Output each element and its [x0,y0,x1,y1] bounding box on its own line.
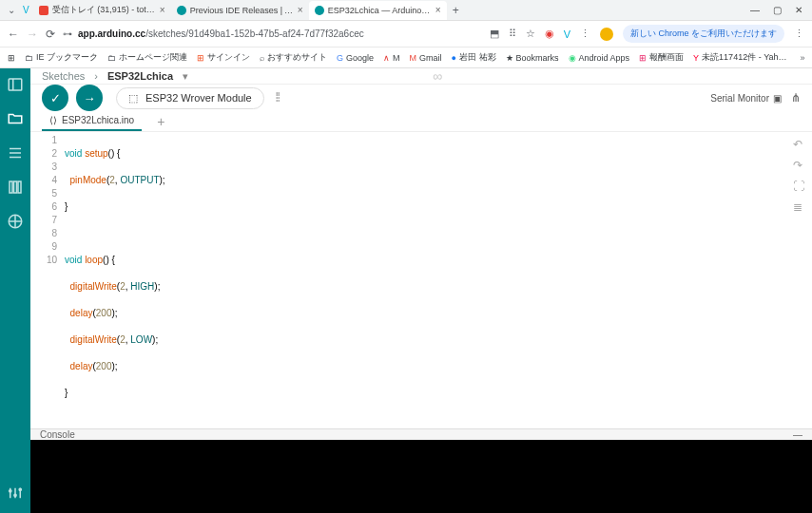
add-tab-button[interactable]: + [147,114,174,129]
bookmark-item[interactable]: Y未読117412件 - Yah… [693,51,786,64]
share-icon[interactable]: ⋔ [791,91,801,104]
maximize-button[interactable]: ▢ [773,5,782,15]
t: HIGH [130,281,154,292]
line-number: 10 [30,254,57,267]
tab-title: Previous IDE Releases | Arduino [190,6,294,15]
search-icon: ⌕ [260,53,264,63]
arduino-icon [177,6,186,15]
chevron-down-icon[interactable]: ▾ [183,70,188,83]
redo-icon[interactable]: ↷ [793,159,804,172]
apps-icon[interactable]: ⊞ [8,53,15,63]
browser-tab-arduino-cloud[interactable]: ESP32Lchica — Arduino Cloud × [309,1,447,20]
bookmark-item[interactable]: ★Bookmarks [506,53,559,63]
monitor-icon: ▣ [773,93,782,104]
dropdown-icon[interactable]: ⌄ [4,5,19,15]
close-icon[interactable]: × [298,5,303,15]
close-icon[interactable]: × [435,5,441,15]
bookmark-label: Bookmarks [516,53,559,63]
upload-button[interactable]: → [76,85,103,111]
chrome-promo[interactable]: 新しい Chrome をご利用いただけます [623,25,784,43]
breadcrumb-root[interactable]: Sketches [42,70,85,82]
t: setup [85,148,107,159]
bookmark-item[interactable]: GGoogle [337,53,374,63]
toolbar: ✓ → ⬚ ESP32 Wrover Module ⦙⦙ Serial Moni… [30,85,812,111]
bookmark-item[interactable]: MGmail [410,53,442,63]
star-icon[interactable]: ☆ [526,28,535,40]
chip-icon: ⬚ [128,92,138,104]
fb-icon: ● [452,53,456,63]
grid-icon: ⊞ [639,53,647,63]
bookmark-label: Google [346,53,374,63]
outline-icon[interactable]: ≣ [793,200,804,214]
ext-icon[interactable]: ◉ [545,28,554,40]
forward-button[interactable]: → [27,28,38,41]
bookmark-label: 報酬画面 [649,51,684,64]
t: pinMode [70,175,106,185]
console-header[interactable]: Console — [30,428,812,440]
bookmark-item[interactable]: ⊞報酬画面 [639,51,684,64]
url-field[interactable]: ⊶ app.arduino.cc/sketches/91d49ba1-152b-… [63,28,482,39]
minimize-button[interactable]: — [750,5,760,15]
browser-tab-gmail[interactable]: 受信トレイ (31,915) - totty2007 × [33,1,171,20]
serial-monitor-button[interactable]: Serial Monitor ▣ [710,93,782,104]
bookmark-item[interactable]: 🗀ホームページ関連 [107,51,187,64]
panel-toggle-icon[interactable] [7,76,24,93]
url-host: app.arduino.cc [78,28,145,39]
line-number: 8 [30,227,57,240]
gmail-icon: M [410,53,417,63]
avatar[interactable] [600,28,613,41]
bookmark-label: Gmail [419,53,442,63]
breadcrumb-current[interactable]: ESP32Lchica [107,70,173,82]
folder-icon[interactable] [7,110,24,127]
back-button[interactable]: ← [8,28,19,41]
ext-icon[interactable]: ⋮ [580,28,590,40]
yahoo-icon: Y [693,53,699,63]
bookmark-label: 岩田 祐彩 [459,51,496,64]
close-button[interactable]: ✕ [795,5,802,15]
minimize-icon[interactable]: — [793,429,802,440]
settings-icon[interactable] [7,484,24,502]
site-info-icon[interactable]: ⊶ [63,28,72,39]
svg-rect-6 [14,181,17,193]
fullscreen-icon[interactable]: ⛶ [793,180,804,193]
reload-button[interactable]: ⟳ [46,28,55,41]
editor-side-icons: ↶ ↷ ⛶ ≣ [793,138,804,214]
t: OUTPUT [120,175,159,185]
ext-icon[interactable]: V [564,28,570,40]
undo-icon[interactable]: ↶ [793,138,804,151]
t: } [65,388,68,398]
code-content[interactable]: void setup() { pinMode(2, OUTPUT); } voi… [65,132,812,428]
v-icon[interactable]: V [19,5,33,15]
close-icon[interactable]: × [160,5,165,15]
bookmark-item[interactable]: ●岩田 祐彩 [452,51,496,64]
bookmark-item[interactable]: ◉Android Apps [569,53,630,63]
browser-tab-arduino-releases[interactable]: Previous IDE Releases | Arduino × [171,1,309,20]
t: 200 [96,308,112,318]
bookmark-item[interactable]: ⊞サインイン [197,51,250,64]
install-icon[interactable]: ⬒ [490,28,499,40]
folder-icon: 🗀 [25,53,33,63]
bookmarks-bar: ⊞ 🗀IE ブックマーク 🗀ホームページ関連 ⊞サインイン ⌕おすすめサイト G… [0,48,812,68]
translate-icon[interactable]: ⠿ [509,28,516,40]
bookmark-item[interactable]: ⌕おすすめサイト [260,51,327,64]
t: ); [160,175,165,185]
line-number: 7 [30,214,57,227]
file-tab[interactable]: ⟨⟩ ESP32Lchica.ino [42,111,142,131]
options-icon[interactable]: ⦙⦙ [276,90,280,105]
verify-button[interactable]: ✓ [42,85,68,111]
new-tab-button[interactable]: + [447,4,465,17]
console-label: Console [40,429,75,440]
t: LOW [130,334,152,345]
board-selector[interactable]: ⬚ ESP32 Wrover Module [116,87,264,109]
overflow-icon[interactable]: » [801,53,805,63]
bookmark-item[interactable]: 🗀IE ブックマーク [25,51,98,64]
code-editor[interactable]: 1 2 3 4 5 6 7 8 9 10 void setup() { pinM… [30,132,812,428]
list-icon[interactable] [7,144,24,162]
library-icon[interactable] [7,179,24,196]
bookmark-item[interactable]: ∧M [383,53,400,63]
arduino-logo-icon: ∞ [433,68,442,84]
line-number: 1 [30,134,57,147]
menu-icon[interactable]: ⋮ [794,28,804,40]
explore-icon[interactable] [7,213,24,230]
left-sidebar [0,68,30,513]
